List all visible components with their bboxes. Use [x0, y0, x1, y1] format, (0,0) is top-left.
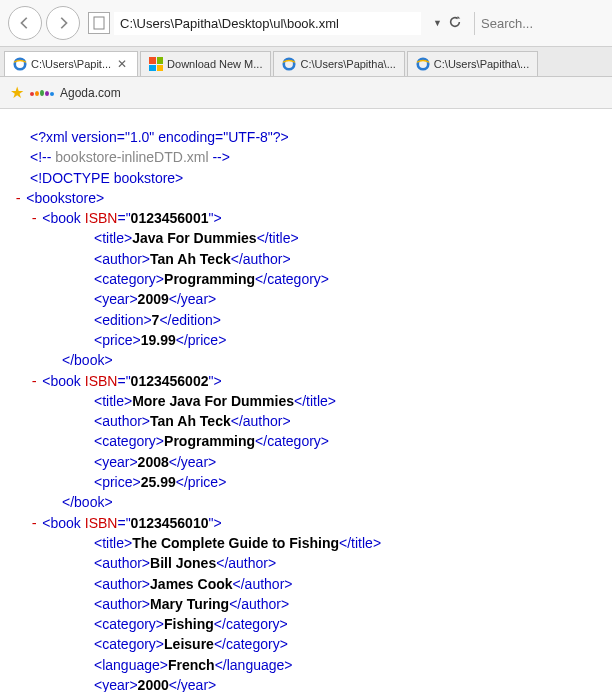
- address-bar[interactable]: C:\Users\Papitha\Desktop\ul\book.xml: [114, 12, 421, 35]
- xml-line: </book>: [14, 350, 598, 370]
- page-icon: [88, 12, 110, 34]
- forward-button[interactable]: [46, 6, 80, 40]
- ie-icon: [282, 57, 296, 71]
- xml-line: <category>Fishing</category>: [14, 614, 598, 634]
- xml-line: <title>More Java For Dummies</title>: [14, 391, 598, 411]
- xml-line: <!DOCTYPE bookstore>: [14, 168, 598, 188]
- xml-line: <author>James Cook</author>: [14, 574, 598, 594]
- favorite-link-agoda[interactable]: Agoda.com: [60, 86, 121, 100]
- microsoft-icon: [149, 57, 163, 71]
- xml-line: <year>2009</year>: [14, 289, 598, 309]
- xml-line: <author>Mary Turing</author>: [14, 594, 598, 614]
- favorites-bar: ★ Agoda.com: [0, 77, 612, 109]
- tab-3[interactable]: C:\Users\Papitha\...: [407, 51, 538, 76]
- tab-label: C:\Users\Papitha\...: [434, 58, 529, 70]
- xml-line: <author>Tan Ah Teck</author>: [14, 411, 598, 431]
- tab-1[interactable]: Download New M...: [140, 51, 271, 76]
- browser-toolbar: C:\Users\Papitha\Desktop\ul\book.xml ▼ S…: [0, 0, 612, 47]
- xml-line: - <book ISBN="0123456010">: [14, 513, 598, 533]
- ie-icon: [416, 57, 430, 71]
- xml-line: <category>Leisure</category>: [14, 634, 598, 654]
- xml-line: <author>Bill Jones</author>: [14, 553, 598, 573]
- xml-line: - <book ISBN="0123456002">: [14, 371, 598, 391]
- xml-line: - <book ISBN="0123456001">: [14, 208, 598, 228]
- xml-line: <author>Tan Ah Teck</author>: [14, 249, 598, 269]
- close-icon[interactable]: ✕: [115, 57, 129, 71]
- collapse-toggle[interactable]: -: [14, 190, 22, 206]
- favorites-star-icon[interactable]: ★: [10, 83, 24, 102]
- xml-line: <title>The Complete Guide to Fishing</ti…: [14, 533, 598, 553]
- agoda-icon: [30, 90, 54, 96]
- ie-icon: [13, 57, 27, 71]
- tab-2[interactable]: C:\Users\Papitha\...: [273, 51, 404, 76]
- refresh-area: ▼: [425, 15, 470, 32]
- collapse-toggle[interactable]: -: [30, 373, 38, 389]
- xml-line: - <bookstore>: [14, 188, 598, 208]
- tab-strip: C:\Users\Papit...✕Download New M...C:\Us…: [0, 47, 612, 77]
- tab-label: C:\Users\Papit...: [31, 58, 111, 70]
- collapse-toggle[interactable]: -: [30, 515, 38, 531]
- back-button[interactable]: [8, 6, 42, 40]
- dropdown-icon[interactable]: ▼: [433, 18, 442, 28]
- xml-line: <?xml version="1.0" encoding="UTF-8"?>: [14, 127, 598, 147]
- xml-line: <year>2008</year>: [14, 452, 598, 472]
- xml-line: <price>19.99</price>: [14, 330, 598, 350]
- xml-line: </book>: [14, 492, 598, 512]
- xml-line: <title>Java For Dummies</title>: [14, 228, 598, 248]
- svg-rect-0: [94, 17, 104, 29]
- arrow-right-icon: [56, 16, 70, 30]
- arrow-left-icon: [18, 16, 32, 30]
- xml-line: <edition>7</edition>: [14, 310, 598, 330]
- xml-line: <category>Programming</category>: [14, 269, 598, 289]
- tab-label: Download New M...: [167, 58, 262, 70]
- file-icon: [93, 16, 105, 30]
- tab-0[interactable]: C:\Users\Papit...✕: [4, 51, 138, 76]
- refresh-button[interactable]: [448, 15, 462, 32]
- xml-line: <!-- bookstore-inlineDTD.xml -->: [14, 147, 598, 167]
- xml-content: <?xml version="1.0" encoding="UTF-8"?><!…: [0, 109, 612, 692]
- search-input[interactable]: Search...: [474, 12, 604, 35]
- tab-label: C:\Users\Papitha\...: [300, 58, 395, 70]
- collapse-toggle[interactable]: -: [30, 210, 38, 226]
- xml-line: <language>French</language>: [14, 655, 598, 675]
- refresh-icon: [448, 15, 462, 29]
- xml-line: <year>2000</year>: [14, 675, 598, 692]
- xml-line: <category>Programming</category>: [14, 431, 598, 451]
- xml-line: <price>25.99</price>: [14, 472, 598, 492]
